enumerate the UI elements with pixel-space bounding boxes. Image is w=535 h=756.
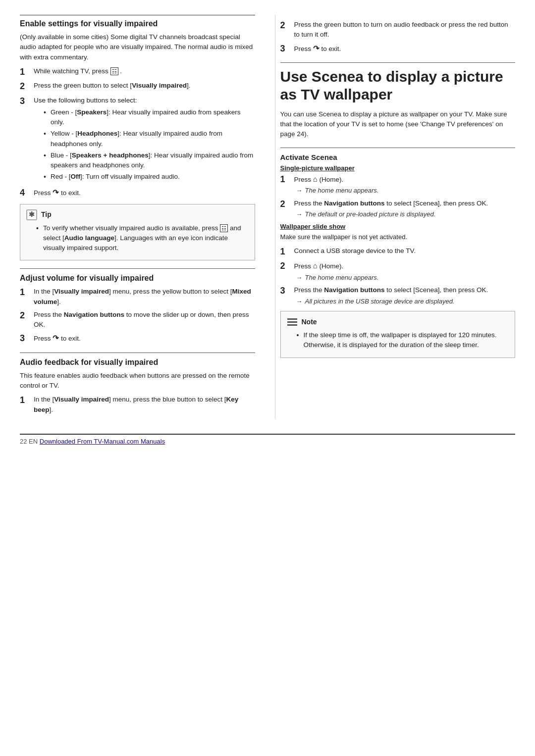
step-4: 4 Press ↷ to exit. [20,187,255,199]
step-4-content: Press ↷ to exit. [34,187,255,199]
step-num-1: 1 [20,66,31,78]
sp-arrow-2-text: The default or pre-loaded picture is dis… [305,209,436,219]
ss-step-2-content: Press ⌂ (Home). → The home menu appears. [294,260,516,282]
options-icon: ☷ [110,67,118,75]
s2-step-2: 2 Press the Navigation buttons to move t… [20,310,255,330]
section3-title: Audio feedback for visually impaired [20,358,255,367]
home-icon-2: ⌂ [313,261,318,270]
note-bullets: • If the sleep time is off, the wallpape… [297,330,509,351]
section2-steps: 1 In the [Visually impaired] menu, press… [20,287,255,344]
home-icon-1: ⌂ [313,175,318,183]
s3-step-1: 1 In the [Visually impaired] menu, press… [20,395,255,415]
note-line-2 [287,321,297,323]
note-box: Note • If the sleep time is off, the wal… [280,311,516,358]
bullet-sym: • [44,107,51,118]
step-num-4: 4 [20,187,31,199]
left-column: Enable settings for visually impaired (O… [20,15,260,419]
af-step-3-content: Press ↷ to exit. [294,43,516,54]
options-icon-2: ☷ [220,224,228,232]
bullet-1: •Green - [Speakers]: Hear visually impai… [44,107,255,128]
af-step-2: 2 Press the green button to turn on audi… [280,20,516,40]
s3-step-num-1: 1 [20,395,31,406]
step-1: 1 While watching TV, press ☷ . [20,66,255,78]
tip-bullets: • To verify whether visually impaired au… [36,223,249,253]
bullet-sym: • [44,151,51,161]
section1-steps: 1 While watching TV, press ☷ . 2 Press t… [20,66,255,199]
section3-intro: This feature enables audio feedback when… [20,371,255,391]
section1-title: Enable settings for visually impaired [20,19,255,28]
note-header: Note [287,316,509,327]
s2-step-num-2: 2 [20,310,31,321]
arrow-sym-2: → [296,209,305,219]
slideshow-title: Wallpaper slide show [280,223,516,230]
s2-step-1: 1 In the [Visually impaired] menu, press… [20,287,255,307]
tip-label: Tip [41,209,52,220]
section3-rule [20,353,255,353]
single-picture-steps: 1 Press ⌂ (Home). → The home menu appear… [280,174,516,219]
note-bullet-sym: • [297,330,304,341]
s3-step-1-content: In the [Visually impaired] menu, press t… [34,395,255,415]
section2-rule [20,268,255,269]
section1-intro: (Only available in some cities) Some dig… [20,32,255,62]
slideshow-steps: 1 Connect a USB storage device to the TV… [280,246,516,306]
arrow-sym: → [296,186,305,196]
ss-arrow-3: → All pictures in the USB storage device… [296,297,516,306]
sp-arrow-2: → The default or pre-loaded picture is d… [296,209,516,219]
s2-step-1-content: In the [Visually impaired] menu, press t… [34,287,255,307]
section1-rule [20,15,255,15]
bullet-2: •Yellow - [Headphones]: Hear visually im… [44,129,255,149]
ss-step-num-2: 2 [280,260,291,272]
af-step-num-2: 2 [280,20,291,31]
note-label: Note [302,317,317,327]
ss-step-3-content: Press the Navigation buttons to select [… [294,285,516,306]
step-1-content: While watching TV, press ☷ . [34,66,255,76]
audio-feedback-cont-steps: 2 Press the green button to turn on audi… [280,20,516,54]
note-lines [287,318,297,326]
note-bullet-text: If the sleep time is off, the wallpaper … [304,330,509,351]
ss-arrow-2-text: The home menu appears. [305,273,379,283]
ss-step-3: 3 Press the Navigation buttons to select… [280,285,516,306]
lang: EN [29,438,38,445]
note-bullet: • If the sleep time is off, the wallpape… [297,330,509,351]
slideshow-intro: Make sure the wallpaper is not yet activ… [280,232,516,242]
note-line-3 [287,324,297,326]
arrow-sym-4: → [296,297,305,306]
section2-title: Adjust volume for visually impaired [20,274,255,283]
sp-arrow-1: → The home menu appears. [296,186,516,196]
sp-arrow-1-text: The home menu appears. [305,186,379,196]
sp-step-1: 1 Press ⌂ (Home). → The home menu appear… [280,174,516,196]
back-icon-3: ↷ [313,44,320,52]
af-step-3: 3 Press ↷ to exit. [280,43,516,54]
af-step-2-content: Press the green button to turn on audio … [294,20,516,40]
right-column: 2 Press the green button to turn on audi… [275,15,516,419]
ss-step-1-content: Connect a USB storage device to the TV. [294,246,516,256]
sp-step-2: 2 Press the Navigation buttons to select… [280,199,516,219]
s2-step-2-content: Press the Navigation buttons to move the… [34,310,255,330]
scenea-title: Use Scenea to display a picture as TV wa… [280,68,516,103]
step-3-content: Use the following buttons to select: •Gr… [34,96,255,185]
step-3-bullets: •Green - [Speakers]: Hear visually impai… [44,107,255,183]
sp-step-2-content: Press the Navigation buttons to select [… [294,199,516,219]
bullet-3: •Blue - [Speakers + headphones]: Hear vi… [44,151,255,171]
back-icon: ↷ [53,188,59,197]
af-step-num-3: 3 [280,43,291,54]
s2-step-num-1: 1 [20,287,31,298]
step-num-3: 3 [20,96,31,107]
bullet-sym: • [44,129,51,139]
ss-arrow-2: → The home menu appears. [296,273,516,283]
s2-step-3: 3 Press ↷ to exit. [20,333,255,344]
arrow-sym-3: → [296,273,305,283]
step-num-2: 2 [20,81,31,92]
step-2-content: Press the green button to select [Visual… [34,81,255,91]
ss-step-num-3: 3 [280,285,291,297]
tip-header: ✱ Tip [26,209,249,220]
scenea-intro: You can use Scenea to display a picture … [280,109,516,140]
step-3: 3 Use the following buttons to select: •… [20,96,255,185]
scenea-rule [280,62,516,63]
note-icon [287,316,298,327]
s2-step-3-content: Press ↷ to exit. [34,333,255,344]
bullet-sym: • [36,223,43,234]
activate-scenea-title: Activate Scenea [280,153,516,161]
footer-link[interactable]: Downloaded From TV-Manual.com Manuals [40,438,165,445]
ss-step-2: 2 Press ⌂ (Home). → The home menu appear… [280,260,516,282]
